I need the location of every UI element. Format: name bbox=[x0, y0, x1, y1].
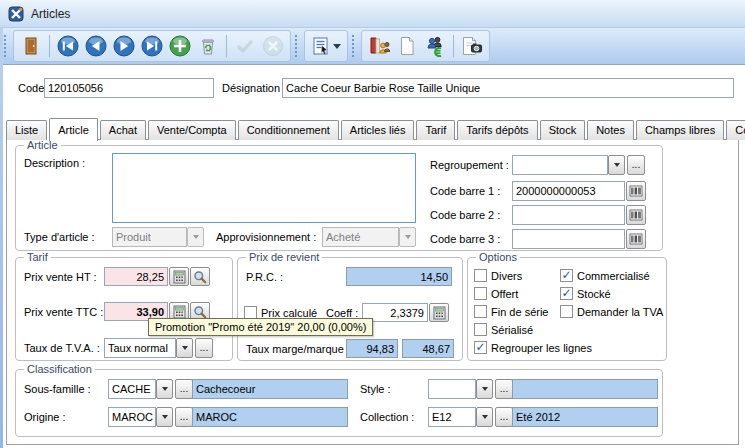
tab-article[interactable]: Article bbox=[49, 118, 98, 141]
taux-tva-browse-button[interactable]: ... bbox=[195, 338, 213, 358]
taux-marge-value: 94,83 bbox=[346, 339, 398, 358]
style-select[interactable]: ... bbox=[428, 379, 513, 399]
toolbar-separator bbox=[226, 35, 227, 57]
fin-de-serie-label: Fin de série bbox=[491, 306, 548, 318]
fin-de-serie-checkbox[interactable] bbox=[474, 305, 487, 318]
toolbar-grip[interactable] bbox=[4, 35, 9, 57]
code-barre-2-field bbox=[512, 205, 646, 225]
code-barre-3-generate-button[interactable] bbox=[626, 229, 646, 249]
print-preview-button[interactable] bbox=[458, 32, 486, 60]
catalog-button[interactable] bbox=[365, 32, 393, 60]
option-offert[interactable]: Offert bbox=[474, 287, 518, 300]
options-group: Options Divers Offert Fin de série Séria… bbox=[467, 257, 667, 361]
last-record-button[interactable] bbox=[138, 32, 166, 60]
collection-label: Collection : bbox=[360, 411, 414, 423]
app-icon bbox=[8, 6, 24, 22]
toolbar-grip[interactable] bbox=[295, 35, 300, 57]
origine-select[interactable]: MAROC ... bbox=[108, 407, 193, 427]
style-name bbox=[512, 379, 658, 399]
option-demander-la-tva[interactable]: Demander la TVA bbox=[560, 305, 663, 318]
taux-tva-dropdown-button[interactable] bbox=[176, 338, 193, 358]
taux-tva-label: Taux de T.V.A. : bbox=[24, 342, 100, 354]
prix-ht-calculator-button[interactable] bbox=[169, 267, 189, 286]
serialise-checkbox[interactable] bbox=[474, 323, 487, 336]
offert-checkbox[interactable] bbox=[474, 287, 487, 300]
designation-input[interactable]: Cache Coeur Barbie Rose Taille Unique bbox=[282, 78, 734, 98]
exit-button[interactable] bbox=[17, 32, 45, 60]
description-textarea[interactable] bbox=[112, 153, 416, 223]
regroupement-select[interactable]: ... bbox=[512, 155, 645, 175]
taux-tva-value[interactable]: Taux normal bbox=[104, 338, 176, 358]
tab-tarifs-depots[interactable]: Tarifs dépôts bbox=[457, 120, 537, 140]
tab-achat[interactable]: Achat bbox=[100, 120, 146, 140]
first-record-button[interactable] bbox=[54, 32, 82, 60]
add-record-button[interactable] bbox=[166, 32, 194, 60]
code-barre-3-input[interactable] bbox=[512, 229, 625, 249]
collection-dropdown-button[interactable] bbox=[476, 407, 493, 427]
prix-vente-ht-input[interactable]: 28,25 bbox=[104, 267, 168, 286]
demander-la-tva-checkbox[interactable] bbox=[560, 305, 573, 318]
toolbar-grip[interactable] bbox=[352, 35, 357, 57]
collection-browse-button[interactable]: ... bbox=[495, 407, 513, 427]
tab-stock[interactable]: Stock bbox=[540, 120, 586, 140]
new-document-button[interactable] bbox=[393, 32, 421, 60]
tab-notes[interactable]: Notes bbox=[587, 120, 634, 140]
tarif-group: Tarif Prix vente HT : 28,25 Prix vente T… bbox=[15, 257, 233, 361]
regrouper-les-lignes-checkbox[interactable] bbox=[474, 341, 487, 354]
collection-select[interactable]: E12 ... bbox=[428, 407, 513, 427]
code-barre-2-input[interactable] bbox=[512, 205, 625, 225]
option-fin-de-serie[interactable]: Fin de série bbox=[474, 305, 548, 318]
prix-calcule-label: Prix calculé bbox=[261, 307, 317, 319]
tab-articles-lies[interactable]: Articles liés bbox=[341, 120, 415, 140]
taux-tva-select[interactable]: Taux normal ... bbox=[104, 338, 213, 358]
sous-famille-code[interactable]: CACHE bbox=[108, 379, 156, 399]
coeff-calculator-button[interactable] bbox=[429, 303, 449, 322]
previous-record-button[interactable] bbox=[82, 32, 110, 60]
collection-code[interactable]: E12 bbox=[428, 407, 476, 427]
clients-button[interactable] bbox=[421, 32, 449, 60]
delete-record-icon bbox=[197, 35, 219, 57]
catalog-icon bbox=[367, 36, 391, 56]
prix-ht-history-button[interactable] bbox=[190, 267, 210, 286]
code-barre-1-input[interactable]: 2000000000053 bbox=[512, 181, 625, 201]
delete-record-button[interactable] bbox=[194, 32, 222, 60]
sous-famille-browse-button[interactable]: ... bbox=[175, 379, 193, 399]
tab-vente-compta[interactable]: Vente/Compta bbox=[148, 120, 236, 140]
option-divers[interactable]: Divers bbox=[474, 269, 522, 282]
regroupement-dropdown-button[interactable] bbox=[608, 155, 625, 175]
style-dropdown-button[interactable] bbox=[476, 379, 493, 399]
origine-browse-button[interactable]: ... bbox=[175, 407, 193, 427]
regroupement-browse-button[interactable]: ... bbox=[627, 155, 645, 175]
option-commercialise[interactable]: Commercialisé bbox=[560, 269, 650, 282]
tab-tarif[interactable]: Tarif bbox=[416, 120, 455, 140]
code-barre-2-generate-button[interactable] bbox=[626, 205, 646, 225]
divers-checkbox[interactable] bbox=[474, 269, 487, 282]
origine-code[interactable]: MAROC bbox=[108, 407, 156, 427]
regroupement-value[interactable] bbox=[512, 155, 608, 175]
origine-dropdown-button[interactable] bbox=[156, 407, 173, 427]
style-code[interactable] bbox=[428, 379, 476, 399]
prc-value: 14,50 bbox=[346, 267, 452, 286]
list-menu-button[interactable] bbox=[308, 32, 344, 60]
validate-icon bbox=[234, 35, 256, 57]
next-record-button[interactable] bbox=[110, 32, 138, 60]
code-input[interactable]: 120105056 bbox=[44, 78, 214, 98]
style-browse-button[interactable]: ... bbox=[495, 379, 513, 399]
option-stocke[interactable]: Stocké bbox=[560, 287, 611, 300]
sous-famille-dropdown-button[interactable] bbox=[156, 379, 173, 399]
sous-famille-select[interactable]: CACHE ... bbox=[108, 379, 193, 399]
option-serialise[interactable]: Sérialisé bbox=[474, 323, 533, 336]
approvisionnement-select[interactable]: Acheté bbox=[322, 227, 416, 247]
commercialise-checkbox[interactable] bbox=[560, 269, 573, 282]
tab-codes-barres[interactable]: Codes barres bbox=[726, 120, 745, 140]
new-document-icon bbox=[397, 36, 417, 56]
option-regrouper-les-lignes[interactable]: Regrouper les lignes bbox=[474, 341, 592, 354]
tab-liste[interactable]: Liste bbox=[6, 120, 47, 140]
list-menu-group bbox=[304, 30, 348, 62]
code-barre-1-generate-button[interactable] bbox=[626, 181, 646, 201]
tab-conditionnement[interactable]: Conditionnement bbox=[238, 120, 339, 140]
type-article-select[interactable]: Produit bbox=[112, 227, 204, 247]
last-record-icon bbox=[141, 35, 163, 57]
tab-champs-libres[interactable]: Champs libres bbox=[636, 120, 724, 140]
stocke-checkbox[interactable] bbox=[560, 287, 573, 300]
